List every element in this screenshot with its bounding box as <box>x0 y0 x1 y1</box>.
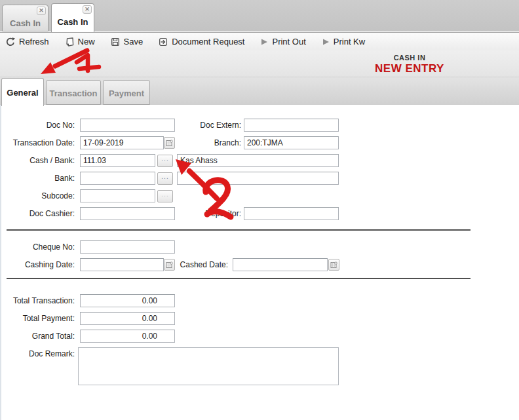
module-title: CASH IN <box>354 54 465 62</box>
print-kw-button[interactable]: Print Kw <box>321 37 365 47</box>
calendar-icon <box>166 261 173 269</box>
bank-browse-button[interactable]: ... <box>157 172 173 185</box>
bank-name-input[interactable] <box>177 172 339 185</box>
subcode-label: Subcode: <box>3 191 75 200</box>
doc-extern-input[interactable] <box>244 119 339 132</box>
total-transaction-label: Total Transaction: <box>3 296 75 305</box>
total-payment-label: Total Payment: <box>3 314 75 323</box>
close-icon[interactable]: ✕ <box>83 5 92 14</box>
refresh-icon <box>5 37 16 47</box>
cheque-no-input[interactable] <box>80 240 175 254</box>
document-request-button[interactable]: Document Request <box>158 37 244 47</box>
cashing-date-label: Cashing Date: <box>3 260 75 269</box>
cashing-date-input[interactable] <box>80 258 164 271</box>
doc-cashier-label: Doc Cashier: <box>3 209 75 218</box>
grand-total-label: Grand Total: <box>3 332 75 341</box>
toolbar: Refresh New Save Document Request <box>0 32 519 51</box>
save-label: Save <box>124 37 144 47</box>
page-title: CASH IN NEW ENTRY <box>354 54 465 75</box>
tab-general[interactable]: General <box>1 78 44 106</box>
doc-remark-textarea[interactable] <box>78 347 339 385</box>
cash-bank-label: Cash / Bank: <box>3 156 75 165</box>
status-new-entry: NEW ENTRY <box>354 62 465 75</box>
bank-label: Bank: <box>3 174 75 183</box>
save-button[interactable]: Save <box>110 37 144 47</box>
doc-remark-label: Doc Remark: <box>3 349 75 358</box>
cashing-date-picker-button[interactable] <box>164 259 175 271</box>
calendar-icon <box>330 261 337 269</box>
cheque-no-label: Cheque No: <box>3 242 75 252</box>
document-request-label: Document Request <box>172 37 244 47</box>
bank-code-input[interactable] <box>80 172 155 185</box>
window-tab-cash-in-1[interactable]: Cash In ✕ <box>2 5 48 31</box>
print-kw-label: Print Kw <box>334 37 365 47</box>
subcode-browse-button[interactable]: ... <box>157 190 173 202</box>
window-tab-bar: Cash In ✕ Cash In ✕ <box>0 0 519 31</box>
new-label: New <box>78 37 95 47</box>
section-divider <box>7 229 471 231</box>
form-tab-strip: General Transaction Payment <box>0 77 519 105</box>
cash-bank-code-input[interactable] <box>80 154 155 167</box>
new-button[interactable]: New <box>64 37 95 47</box>
transaction-date-picker-button[interactable] <box>164 137 175 149</box>
doc-no-label: Doc No: <box>3 121 75 130</box>
tab-transaction[interactable]: Transaction <box>46 80 101 105</box>
cash-bank-name-input[interactable] <box>177 154 339 167</box>
new-document-icon <box>64 37 75 47</box>
refresh-button[interactable]: Refresh <box>5 37 49 47</box>
calendar-icon <box>166 140 173 147</box>
play-triangle-icon <box>321 37 330 47</box>
cash-bank-browse-button[interactable]: ... <box>157 155 173 167</box>
transaction-date-input[interactable] <box>80 136 164 149</box>
branch-input[interactable] <box>244 136 339 149</box>
save-icon <box>110 37 121 47</box>
print-out-label: Print Out <box>272 37 305 47</box>
section-divider <box>7 278 471 279</box>
refresh-label: Refresh <box>19 37 49 47</box>
doc-no-input[interactable] <box>80 119 175 132</box>
window-tab-cash-in-2[interactable]: Cash In ✕ <box>51 3 94 32</box>
document-request-icon <box>158 37 168 47</box>
header-band: CASH IN NEW ENTRY <box>0 50 519 77</box>
window-tab-label: Cash In <box>3 18 48 28</box>
transaction-date-label: Transaction Date: <box>3 138 75 147</box>
close-icon[interactable]: ✕ <box>37 7 46 15</box>
grand-total-input[interactable] <box>80 330 175 343</box>
doc-cashier-input[interactable] <box>80 207 175 220</box>
total-transaction-input[interactable] <box>80 294 175 307</box>
total-payment-input[interactable] <box>80 312 175 325</box>
subcode-input[interactable] <box>80 189 155 202</box>
window-tab-label: Cash In <box>52 17 94 27</box>
cashed-date-picker-button[interactable] <box>328 259 339 271</box>
cashed-date-input[interactable] <box>233 258 328 271</box>
tab-payment[interactable]: Payment <box>103 80 150 105</box>
play-triangle-icon <box>260 37 269 47</box>
print-out-button[interactable]: Print Out <box>260 37 305 47</box>
depositor-input[interactable] <box>244 207 339 220</box>
